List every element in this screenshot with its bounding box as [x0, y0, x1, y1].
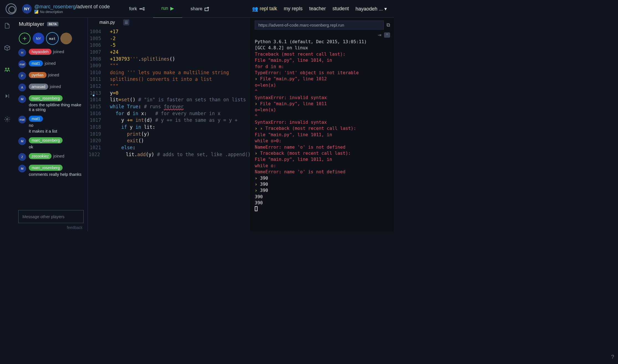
terminal-line: Traceback (most recent call last):: [255, 51, 390, 57]
open-external-icon[interactable]: ⧉: [387, 22, 390, 28]
user-menu[interactable]: hayaodeh ... ▾: [356, 6, 387, 12]
terminal-line: NameError: name 'o' is not defined: [255, 169, 390, 175]
tab-layout-icon[interactable]: ☰: [123, 19, 129, 25]
message-input[interactable]: Message other players: [18, 210, 84, 223]
code-line[interactable]: 1011splitlines() converts it into a list: [88, 76, 251, 83]
code-line[interactable]: 1012""": [88, 83, 251, 90]
svg-point-4: [6, 68, 7, 69]
terminal-line: o=len(x): [255, 82, 390, 88]
run-button[interactable]: run▶: [153, 0, 182, 18]
terminal-line: 390: [255, 200, 390, 206]
play-icon: ▶: [170, 6, 174, 11]
debugger-icon[interactable]: [4, 93, 10, 99]
terminal-line: › 390: [255, 181, 390, 187]
chat-avatar: Z: [18, 153, 26, 161]
code-line[interactable]: 1009""": [88, 62, 251, 69]
top-actions: fork run▶ share: [121, 0, 218, 18]
tab-main-py[interactable]: main.py: [99, 19, 115, 26]
terminal-line: 390: [255, 194, 390, 200]
multiplayer-icon[interactable]: [4, 67, 10, 73]
chat-item: matmat1noit makes it a list: [18, 116, 84, 133]
chat-item: Zzecookiezjoined: [18, 153, 84, 161]
add-player-button[interactable]: +: [19, 33, 30, 44]
repo-title: @marc_rosenberg/advent of code: [34, 4, 110, 10]
repo-info: NY @marc_rosenberg/advent of code No des…: [22, 4, 110, 14]
code-editor[interactable]: 1004+171005-21006-51007+241008+130793'''…: [88, 27, 251, 231]
python-icon: [34, 10, 38, 14]
chat-avatar: H: [18, 49, 26, 56]
code-line[interactable]: 1010doing ''' lets you make a multiline …: [88, 69, 251, 76]
code-line[interactable]: 1006-5: [88, 42, 251, 49]
code-line[interactable]: 1020 exit(): [88, 137, 251, 144]
terminal-line: NameError: name 'o' is not defined: [255, 144, 390, 150]
code-line[interactable]: 1017 y += int(d) # y += is the same as y…: [88, 117, 251, 124]
player-avatar[interactable]: NY: [33, 33, 44, 44]
term-clear-icon[interactable]: ✕: [384, 32, 390, 38]
term-export-icon[interactable]: ⇥: [378, 32, 381, 38]
terminal-line: ^: [255, 88, 390, 94]
chat-avatar: M: [18, 165, 26, 172]
repo-description: No description: [34, 10, 110, 14]
code-line[interactable]: 1016 for d in x: # for every number in x: [88, 110, 251, 117]
code-line[interactable]: 1013y=0: [88, 90, 251, 97]
code-line[interactable]: 1007+24: [88, 49, 251, 56]
user-avatar[interactable]: NY: [22, 4, 32, 14]
people-icon: 👥: [252, 6, 258, 12]
repl-url-input[interactable]: [255, 20, 384, 30]
code-line[interactable]: 1022 lit.add(y) # adds to the set, like …: [88, 151, 251, 158]
url-bar: ⧉: [251, 18, 394, 32]
terminal-output[interactable]: Python 3.6.1 (default, Dec 2015, 13:05:1…: [251, 39, 394, 231]
share-button[interactable]: share: [182, 0, 218, 18]
editor-panel: main.py ☰ 1004+171005-21006-51007+241008…: [88, 18, 251, 231]
player-avatar[interactable]: [60, 33, 72, 44]
terminal-line: › File "main.py", line 1011: [255, 101, 390, 107]
code-line[interactable]: 1014lit=set() # "in" is faster on sets t…: [88, 96, 251, 103]
code-line[interactable]: 1004+17: [88, 28, 251, 35]
terminal-line: while o>0:: [255, 138, 390, 144]
chat-log: Hhayaodehjoinedmatmat1joinedPpyeliasjoin…: [14, 49, 87, 209]
terminal-line: ^: [255, 113, 390, 119]
beta-badge: BETA: [47, 22, 58, 26]
chat-avatar: M: [18, 137, 26, 145]
terminal-line: › File "main.py", line 1012: [255, 76, 390, 82]
terminal-line: SyntaxError: invalid syntax: [255, 119, 390, 125]
terminal-line: SyntaxError: invalid syntax: [255, 95, 390, 101]
files-icon[interactable]: [4, 23, 10, 29]
feedback-link[interactable]: feedback: [14, 225, 87, 231]
code-line[interactable]: 1019 print(y): [88, 131, 251, 138]
chat-item: Aamasadjoined: [18, 84, 84, 91]
my-repls-link[interactable]: my repls: [284, 6, 303, 12]
terminal-line: [GCC 4.8.2] on linux: [255, 45, 390, 51]
chat-item: Mmarc_rosenbergcomments really help than…: [18, 165, 84, 177]
fork-button[interactable]: fork: [121, 0, 153, 18]
code-line[interactable]: 1021 else:: [88, 144, 251, 151]
terminal-line: › › Traceback (most recent call last):: [255, 125, 390, 131]
terminal-line: › 390: [255, 187, 390, 193]
chat-item: Mmarc_rosenbergok: [18, 137, 84, 149]
code-line[interactable]: 1015while True: # runs forever: [88, 103, 251, 110]
student-link[interactable]: student: [333, 6, 349, 12]
settings-icon[interactable]: [4, 116, 10, 122]
packages-icon[interactable]: [4, 45, 10, 51]
chat-avatar: mat: [18, 60, 26, 68]
repl-talk-link[interactable]: 👥repl talk: [252, 6, 277, 12]
code-line[interactable]: 1008+130793'''.splitlines(): [88, 56, 251, 63]
code-line[interactable]: 1005-2: [88, 35, 251, 42]
terminal-line: File "main.py", line 1014, in: [255, 57, 390, 63]
editor-tabs: main.py ☰: [88, 18, 251, 27]
player-avatar[interactable]: mat: [47, 33, 58, 44]
chat-item: matmat1joined: [18, 60, 84, 68]
svg-rect-3: [205, 8, 208, 11]
terminal-line: › Traceback (most recent call last):: [255, 150, 390, 156]
svg-point-0: [140, 8, 140, 9]
teacher-link[interactable]: teacher: [309, 6, 326, 12]
icon-sidebar: [0, 18, 14, 231]
logo-icon[interactable]: [6, 3, 17, 14]
svg-point-6: [6, 118, 8, 120]
chevron-down-icon: ▾: [384, 6, 387, 12]
terminal-line: Python 3.6.1 (default, Dec 2015, 13:05:1…: [255, 39, 390, 45]
terminal-line: o=len(x): [255, 107, 390, 113]
code-line[interactable]: 1018 if y in lit:: [88, 124, 251, 131]
nav-right: 👥repl talk my repls teacher student haya…: [252, 6, 394, 12]
console-panel: ⧉ ⇥ ✕ Python 3.6.1 (default, Dec 2015, 1…: [251, 18, 394, 231]
